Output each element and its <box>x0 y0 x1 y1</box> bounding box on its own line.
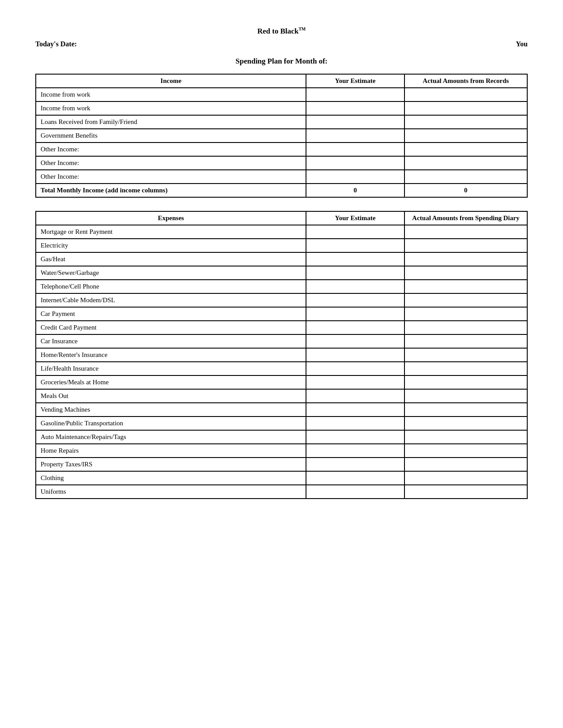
expense-label: Electricity <box>36 239 306 252</box>
expense-label: Home/Renter's Insurance <box>36 348 306 362</box>
spending-plan-title: Spending Plan for Month of: <box>35 57 528 66</box>
income-label: Government Benefits <box>36 129 306 143</box>
expense-actual <box>404 266 527 280</box>
expense-estimate <box>306 307 404 321</box>
expense-actual <box>404 375 527 389</box>
expense-row: Telephone/Cell Phone <box>36 280 527 293</box>
expense-estimate <box>306 293 404 307</box>
expense-actual <box>404 471 527 485</box>
expenses-table: Expenses Your Estimate Actual Amounts fr… <box>35 211 528 499</box>
income-actual <box>404 156 527 170</box>
header-row: Today's Date: You <box>35 40 528 48</box>
expense-estimate <box>306 362 404 375</box>
income-estimate <box>306 170 404 184</box>
expense-row: Auto Maintenance/Repairs/Tags <box>36 430 527 444</box>
income-row: Other Income: <box>36 156 527 170</box>
income-actual <box>404 129 527 143</box>
expense-estimate <box>306 239 404 252</box>
expense-actual <box>404 293 527 307</box>
income-row: Other Income: <box>36 143 527 156</box>
income-col-header: Income <box>36 74 306 88</box>
expense-label: Water/Sewer/Garbage <box>36 266 306 280</box>
expense-estimate <box>306 348 404 362</box>
income-label: Other Income: <box>36 156 306 170</box>
income-estimate <box>306 115 404 129</box>
expense-row: Vending Machines <box>36 403 527 417</box>
expense-actual <box>404 485 527 499</box>
actual-diary-col-header: Actual Amounts from Spending Diary <box>404 211 527 225</box>
expense-estimate <box>306 280 404 293</box>
income-estimate <box>306 143 404 156</box>
expense-actual <box>404 417 527 430</box>
expense-label: Property Taxes/IRS <box>36 458 306 471</box>
income-total-estimate: 0 <box>306 184 404 197</box>
income-total-actual: 0 <box>404 184 527 197</box>
trademark-symbol: TM <box>299 26 306 31</box>
expense-actual <box>404 430 527 444</box>
income-actual <box>404 88 527 101</box>
expense-row: Credit Card Payment <box>36 321 527 334</box>
income-actual <box>404 170 527 184</box>
expense-row: Water/Sewer/Garbage <box>36 266 527 280</box>
expense-estimate <box>306 430 404 444</box>
expenses-col-header: Expenses <box>36 211 306 225</box>
income-row: Income from work <box>36 88 527 101</box>
expense-label: Gas/Heat <box>36 252 306 266</box>
expense-row: Uniforms <box>36 485 527 499</box>
expense-estimate <box>306 485 404 499</box>
expense-actual <box>404 307 527 321</box>
expense-row: Car Insurance <box>36 334 527 348</box>
expense-estimate <box>306 471 404 485</box>
expense-label: Car Payment <box>36 307 306 321</box>
you-label: You <box>516 40 528 48</box>
income-table: Income Your Estimate Actual Amounts from… <box>35 74 528 198</box>
income-row: Other Income: <box>36 170 527 184</box>
expense-row: Clothing <box>36 471 527 485</box>
expense-estimate <box>306 266 404 280</box>
expense-label: Internet/Cable Modem/DSL <box>36 293 306 307</box>
expense-estimate <box>306 321 404 334</box>
expense-label: Car Insurance <box>36 334 306 348</box>
income-label: Income from work <box>36 88 306 101</box>
expense-estimate <box>306 389 404 403</box>
income-row: Loans Received from Family/Friend <box>36 115 527 129</box>
expense-estimate <box>306 225 404 239</box>
expense-row: Groceries/Meals at Home <box>36 375 527 389</box>
income-total-row: Total Monthly Income (add income columns… <box>36 184 527 197</box>
income-total-label: Total Monthly Income (add income columns… <box>36 184 306 197</box>
expense-actual <box>404 444 527 458</box>
expense-label: Credit Card Payment <box>36 321 306 334</box>
income-estimate <box>306 129 404 143</box>
expense-estimate <box>306 375 404 389</box>
expenses-estimate-col-header: Your Estimate <box>306 211 404 225</box>
expense-row: Gas/Heat <box>36 252 527 266</box>
expense-label: Meals Out <box>36 389 306 403</box>
income-label: Income from work <box>36 101 306 115</box>
expense-row: Mortgage or Rent Payment <box>36 225 527 239</box>
income-label: Loans Received from Family/Friend <box>36 115 306 129</box>
expense-estimate <box>306 417 404 430</box>
expense-estimate <box>306 334 404 348</box>
expense-estimate <box>306 444 404 458</box>
expense-label: Uniforms <box>36 485 306 499</box>
expense-row: Life/Health Insurance <box>36 362 527 375</box>
expense-label: Gasoline/Public Transportation <box>36 417 306 430</box>
title-text: Red to Black <box>257 27 299 35</box>
expense-actual <box>404 321 527 334</box>
income-label: Other Income: <box>36 143 306 156</box>
income-estimate <box>306 156 404 170</box>
expense-actual <box>404 458 527 471</box>
expense-label: Groceries/Meals at Home <box>36 375 306 389</box>
expense-row: Internet/Cable Modem/DSL <box>36 293 527 307</box>
income-row: Government Benefits <box>36 129 527 143</box>
expense-label: Mortgage or Rent Payment <box>36 225 306 239</box>
income-actual <box>404 115 527 129</box>
expense-row: Car Payment <box>36 307 527 321</box>
expense-actual <box>404 252 527 266</box>
expense-label: Telephone/Cell Phone <box>36 280 306 293</box>
income-actual <box>404 101 527 115</box>
expense-label: Home Repairs <box>36 444 306 458</box>
expense-label: Life/Health Insurance <box>36 362 306 375</box>
expense-actual <box>404 348 527 362</box>
expense-actual <box>404 362 527 375</box>
